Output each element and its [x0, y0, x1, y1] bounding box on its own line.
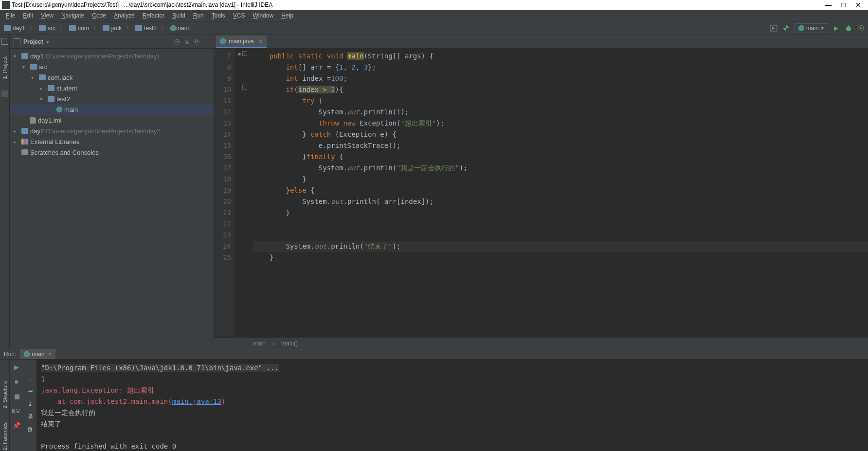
structure-tool-icon[interactable] — [1, 90, 8, 97]
maximize-button[interactable]: □ — [837, 1, 850, 9]
code-line[interactable]: int index =100; — [253, 73, 868, 84]
menu-edit[interactable]: Edit — [19, 10, 37, 21]
fold-gutter[interactable]: ▶ - - — [235, 49, 249, 337]
menu-code[interactable]: Code — [88, 10, 110, 21]
line-number[interactable]: 14 — [214, 129, 231, 140]
project-view-title[interactable]: Project — [23, 38, 43, 45]
code-line[interactable]: } — [253, 252, 868, 263]
close-button[interactable]: ✕ — [850, 1, 866, 9]
breadcrumb-src[interactable]: src — [37, 24, 57, 33]
code-line[interactable]: int[] arr = {1, 2, 3}; — [253, 62, 868, 73]
line-number[interactable]: 15 — [214, 140, 231, 151]
menu-navigate[interactable]: Navigate — [57, 10, 88, 21]
menu-run[interactable]: Run — [189, 10, 208, 21]
run-with-coverage-button[interactable] — [856, 23, 866, 33]
code-line[interactable]: System.out.println(1); — [253, 107, 868, 118]
code-line[interactable]: }finally { — [253, 151, 868, 162]
line-number[interactable]: 17 — [214, 162, 231, 174]
line-number[interactable]: 10 — [214, 84, 231, 95]
fold-toggle-icon[interactable]: - — [242, 85, 247, 90]
line-number[interactable]: 25 — [214, 252, 231, 263]
tree-item-student[interactable]: ▸student — [10, 83, 214, 93]
run-line-marker-icon[interactable]: ▶ — [238, 51, 242, 57]
code-line[interactable]: System.out.println("结束了"); — [253, 241, 868, 252]
line-number[interactable]: 18 — [214, 174, 231, 185]
code-line[interactable]: if(index > 2){ — [253, 84, 868, 95]
tree-arrow-icon[interactable]: ▸ — [14, 128, 19, 134]
exit-button[interactable]: �ម — [12, 406, 21, 415]
debug-button[interactable] — [844, 23, 853, 33]
tree-item-day2[interactable]: ▸day2D:\users\ligenyun\IdeaProjects\Test… — [10, 126, 214, 136]
run-configuration-selector[interactable]: main ▾ — [794, 23, 828, 33]
line-number[interactable]: 12 — [214, 107, 231, 118]
project-tree[interactable]: ▾day1D:\users\ligenyun\IdeaProjects\Test… — [10, 49, 214, 349]
menu-help[interactable]: Help — [277, 10, 297, 21]
menu-vcs[interactable]: VCS — [229, 10, 249, 21]
breadcrumb-item[interactable]: main — [253, 340, 266, 347]
run-tab[interactable]: main × — [20, 349, 55, 359]
tree-arrow-icon[interactable]: ▾ — [31, 75, 37, 80]
code-line[interactable]: public static void main(String[] args) { — [253, 51, 868, 62]
favorites-tool-tab[interactable]: 2: Favorites — [2, 420, 8, 451]
code-line[interactable]: System.out.println( arr[index]); — [253, 196, 868, 207]
menu-window[interactable]: Window — [249, 10, 277, 21]
expand-all-icon[interactable]: ⇲ — [184, 38, 189, 45]
code-line[interactable]: }else { — [253, 185, 868, 196]
code-line[interactable] — [253, 230, 868, 241]
minimize-button[interactable]: — — [820, 1, 837, 9]
project-tool-icon[interactable] — [1, 38, 8, 45]
fold-toggle-icon[interactable]: - — [242, 51, 247, 56]
down-stack-button[interactable]: ↓ — [29, 375, 32, 382]
breadcrumb-day1[interactable]: day1 — [2, 24, 27, 33]
close-tab-icon[interactable]: × — [48, 351, 52, 358]
menu-view[interactable]: View — [37, 10, 57, 21]
code-line[interactable]: } catch (Exception e) { — [253, 129, 868, 140]
menu-file[interactable]: File — [2, 10, 19, 21]
hide-panel-icon[interactable]: — — [204, 38, 210, 45]
tree-arrow-icon[interactable]: ▸ — [14, 139, 19, 144]
run-button[interactable]: ▶ — [831, 23, 841, 33]
breadcrumb-com[interactable]: com — [67, 24, 91, 33]
tree-item-com-jack[interactable]: ▾com.jack — [10, 72, 214, 83]
rerun-button[interactable]: ▶ — [12, 362, 21, 371]
breadcrumb-item[interactable]: main() — [281, 340, 298, 347]
tree-item-scratches-and-consoles[interactable]: Scratches and Consoles — [10, 147, 214, 158]
line-number[interactable]: 20 — [214, 196, 231, 207]
up-stack-button[interactable]: ↑ — [29, 362, 32, 369]
code-line[interactable]: } — [253, 207, 868, 218]
editor-body[interactable]: 78910111213141516171819202122232425 ▶ - … — [214, 49, 868, 337]
menu-build[interactable]: Build — [168, 10, 189, 21]
code-area[interactable]: public static void main(String[] args) {… — [249, 49, 868, 337]
tree-arrow-icon[interactable]: ▾ — [40, 96, 46, 102]
line-number[interactable]: 9 — [214, 73, 231, 84]
tree-item-day1-iml[interactable]: day1.iml — [10, 115, 214, 126]
breadcrumb-test2[interactable]: test2 — [133, 24, 159, 33]
stop-button[interactable]: ■ — [12, 377, 21, 386]
line-number[interactable]: 23 — [214, 230, 231, 241]
code-line[interactable]: try { — [253, 95, 868, 107]
line-number[interactable]: 21 — [214, 207, 231, 218]
clear-all-button[interactable]: 🗑 — [27, 426, 33, 433]
tree-item-day1[interactable]: ▾day1D:\users\ligenyun\IdeaProjects\Test… — [10, 51, 214, 61]
line-number[interactable]: 19 — [214, 185, 231, 196]
line-number[interactable]: 24 — [214, 241, 231, 252]
menu-tools[interactable]: Tools — [208, 10, 229, 21]
line-number[interactable]: 22 — [214, 218, 231, 230]
print-button[interactable]: 🖶 — [27, 413, 33, 420]
code-line[interactable]: e.printStackTrace(); — [253, 140, 868, 151]
code-line[interactable]: } — [253, 174, 868, 185]
tree-item-main[interactable]: main — [10, 104, 214, 115]
project-view-dropdown-icon[interactable]: ▾ — [46, 38, 49, 45]
tree-arrow-icon[interactable]: ▾ — [22, 64, 28, 70]
tree-arrow-icon[interactable]: ▾ — [14, 54, 19, 59]
breadcrumb-main[interactable]: main — [168, 24, 191, 33]
line-number-gutter[interactable]: 78910111213141516171819202122232425 — [214, 49, 235, 337]
tree-item-test2[interactable]: ▾test2 — [10, 93, 214, 104]
tree-item-external-libraries[interactable]: ▸External Libraries — [10, 136, 214, 147]
close-tab-icon[interactable]: × — [258, 37, 262, 45]
pin-button[interactable]: 📌 — [12, 421, 21, 430]
line-number[interactable]: 11 — [214, 95, 231, 107]
locate-icon[interactable] — [174, 38, 181, 45]
tree-arrow-icon[interactable]: ▸ — [40, 86, 46, 91]
editor-tab-main-java[interactable]: main.java × — [216, 36, 267, 48]
